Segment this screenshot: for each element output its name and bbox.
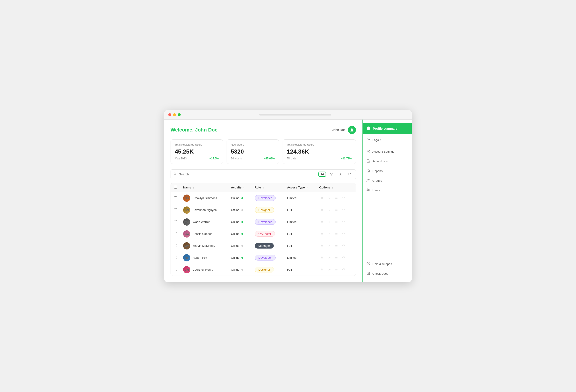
row-checkbox[interactable] [174, 208, 177, 211]
download-button[interactable] [337, 171, 344, 178]
role-badge: Designer [255, 267, 274, 272]
access-label: Limited [287, 220, 296, 224]
refresh-user-button[interactable] [341, 255, 346, 261]
more-user-button[interactable] [334, 219, 339, 225]
th-options[interactable]: Options ↕ [316, 183, 356, 192]
docs-icon [367, 271, 370, 276]
activity-label: Online [231, 256, 240, 259]
search-bar[interactable]: 14 [171, 169, 356, 179]
more-user-button[interactable] [334, 207, 339, 213]
activity-label: Offline [231, 208, 239, 212]
stat-label-0: Total Registered Users [175, 143, 219, 146]
refresh-user-button[interactable] [341, 195, 346, 201]
access-sort-icon[interactable]: ↕ [306, 186, 308, 189]
th-role[interactable]: Role ↕ [252, 183, 284, 192]
sidebar-item-docs[interactable]: Check Docs [362, 269, 412, 278]
edit-user-button[interactable] [319, 243, 325, 249]
users-label: Users [372, 189, 380, 192]
table-row: MM Marvin McKinney Offline Manager Full [171, 240, 356, 252]
sidebar-logout[interactable]: Logout [362, 135, 412, 145]
refresh-button[interactable] [346, 171, 353, 178]
sidebar-item-action-logs[interactable]: Action Logs [362, 156, 412, 166]
stat-sub-0: May 2023 [175, 157, 187, 160]
row-checkbox[interactable] [174, 244, 177, 247]
minimize-button[interactable] [173, 113, 176, 116]
th-activity[interactable]: Activity ↕ [228, 183, 252, 192]
row-checkbox-cell [171, 264, 180, 276]
svg-point-16 [321, 233, 322, 234]
close-button[interactable] [168, 113, 171, 116]
profile-gear-icon [367, 126, 371, 131]
refresh-user-button[interactable] [341, 267, 346, 272]
refresh-user-button[interactable] [341, 231, 346, 237]
more-user-button[interactable] [334, 231, 339, 237]
stat-footer-0: May 2023 +14.5% [175, 157, 219, 160]
search-input[interactable] [179, 173, 316, 176]
table-row: SN Savannah Nguyen Offline Designer Full [171, 204, 356, 216]
table-row: CH Courtney Henry Offline Designer Full [171, 264, 356, 276]
row-name-cell: CH Courtney Henry [180, 264, 228, 276]
more-user-button[interactable] [334, 255, 339, 261]
sidebar: Profile summary Logout Account Settings [362, 120, 412, 282]
activity-sort-icon[interactable]: ↕ [243, 186, 245, 189]
select-all-checkbox[interactable] [174, 186, 177, 189]
sidebar-item-groups[interactable]: Groups [362, 176, 412, 185]
edit-user-button[interactable] [319, 207, 325, 213]
role-badge: QA Tester [255, 231, 275, 237]
row-checkbox[interactable] [174, 256, 177, 259]
role-badge: Developer [255, 219, 276, 225]
settings-user-button[interactable] [326, 195, 332, 201]
row-options-cell [316, 252, 356, 264]
row-role-cell: QA Tester [252, 228, 284, 240]
row-activity-cell: Online [228, 228, 252, 240]
activity-label: Offline [231, 244, 239, 247]
row-checkbox[interactable] [174, 268, 177, 271]
th-name[interactable]: Name ↕ [180, 183, 228, 192]
sidebar-profile-summary[interactable]: Profile summary [362, 123, 412, 134]
refresh-user-button[interactable] [341, 243, 346, 249]
sidebar-item-account-settings[interactable]: Account Settings [362, 147, 412, 156]
filter-button[interactable] [328, 171, 335, 178]
row-checkbox[interactable] [174, 220, 177, 223]
sidebar-item-help[interactable]: Help & Support [362, 259, 412, 269]
th-select [171, 183, 180, 192]
edit-user-button[interactable] [319, 195, 325, 201]
settings-user-button[interactable] [326, 231, 332, 237]
settings-user-button[interactable] [326, 267, 332, 272]
svg-point-17 [329, 234, 330, 234]
role-sort-icon[interactable]: ↕ [262, 186, 264, 189]
edit-user-button[interactable] [319, 255, 325, 261]
more-user-button[interactable] [334, 195, 339, 201]
user-row-name: Marvin McKinney [193, 244, 215, 247]
options-sort-icon[interactable]: ↕ [332, 186, 333, 189]
sidebar-item-users[interactable]: Users [362, 185, 412, 195]
row-role-cell: Designer [252, 204, 284, 216]
settings-user-button[interactable] [326, 255, 332, 261]
settings-user-button[interactable] [326, 243, 332, 249]
access-label: Limited [287, 256, 296, 259]
th-access[interactable]: Access Type ↕ [284, 183, 316, 192]
row-access-cell: Limited [284, 192, 316, 204]
svg-point-0 [351, 128, 353, 130]
refresh-user-button[interactable] [341, 219, 346, 225]
row-checkbox[interactable] [174, 196, 177, 199]
row-checkbox[interactable] [174, 232, 177, 235]
row-role-cell: Designer [252, 264, 284, 276]
maximize-button[interactable] [178, 113, 181, 116]
more-user-button[interactable] [334, 243, 339, 249]
activity-label: Offline [231, 268, 239, 271]
access-label: Full [287, 268, 292, 271]
edit-user-button[interactable] [319, 231, 325, 237]
settings-user-button[interactable] [326, 219, 332, 225]
row-role-cell: Developer [252, 252, 284, 264]
more-user-button[interactable] [334, 267, 339, 272]
row-name-cell: BC Bessie Cooper [180, 228, 228, 240]
sidebar-item-reports[interactable]: Reports [362, 166, 412, 176]
activity-dot [241, 269, 243, 271]
refresh-user-button[interactable] [341, 207, 346, 213]
user-row-name: Courtney Henry [193, 268, 213, 271]
settings-user-button[interactable] [326, 207, 332, 213]
edit-user-button[interactable] [319, 219, 325, 225]
name-sort-icon[interactable]: ↕ [193, 186, 194, 189]
edit-user-button[interactable] [319, 267, 325, 272]
